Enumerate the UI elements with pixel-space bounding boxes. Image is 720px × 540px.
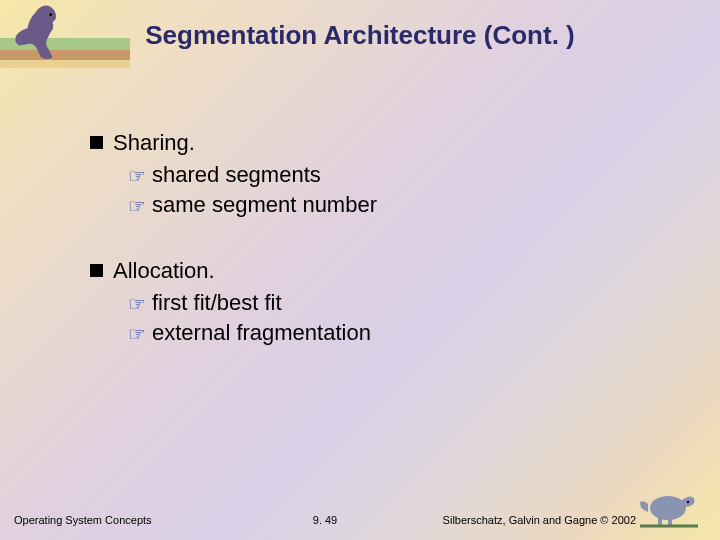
square-bullet-icon (90, 264, 103, 277)
footer-right-text: Silberschatz, Galvin and Gagne © 2002 (357, 514, 706, 526)
pointing-hand-icon: ☞ (128, 164, 146, 188)
sub-bullet-item: ☞ external fragmentation (128, 320, 680, 346)
sub-bullet-text: first fit/best fit (152, 290, 282, 316)
pointing-hand-icon: ☞ (128, 194, 146, 218)
bullet-item: Allocation. (90, 258, 680, 284)
footer-left-text: Operating System Concepts (14, 514, 293, 526)
sub-bullet-item: ☞ first fit/best fit (128, 290, 680, 316)
bullet-text: Allocation. (113, 258, 215, 284)
sub-bullet-text: shared segments (152, 162, 321, 188)
slide-footer: Operating System Concepts 9. 49 Silbersc… (0, 514, 720, 526)
sub-bullet-item: ☞ shared segments (128, 162, 680, 188)
bullet-text: Sharing. (113, 130, 195, 156)
footer-page-number: 9. 49 (293, 514, 357, 526)
dinosaur-footer-icon (638, 482, 700, 530)
svg-point-0 (49, 13, 52, 16)
slide-content: Sharing. ☞ shared segments ☞ same segmen… (90, 130, 680, 350)
svg-point-4 (687, 501, 689, 503)
sub-bullet-text: same segment number (152, 192, 377, 218)
sub-bullet-item: ☞ same segment number (128, 192, 680, 218)
pointing-hand-icon: ☞ (128, 292, 146, 316)
pointing-hand-icon: ☞ (128, 322, 146, 346)
sub-bullet-text: external fragmentation (152, 320, 371, 346)
bullet-item: Sharing. (90, 130, 680, 156)
slide-title: Segmentation Architecture (Cont. ) (0, 20, 720, 51)
square-bullet-icon (90, 136, 103, 149)
